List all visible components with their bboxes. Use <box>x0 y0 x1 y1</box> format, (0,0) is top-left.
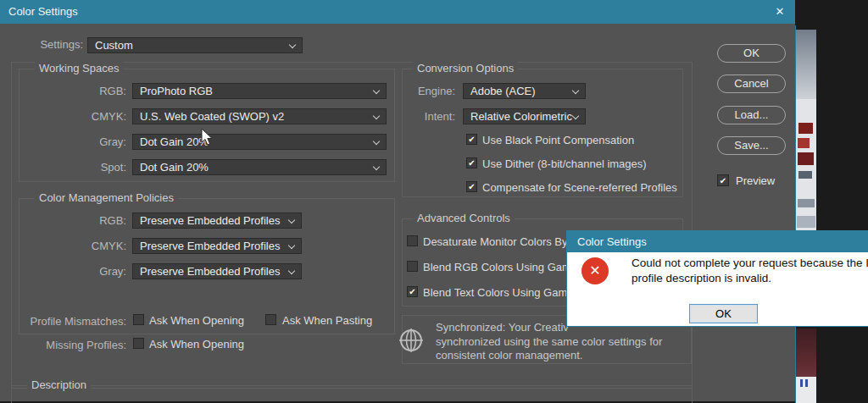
black-point-compensation-checkbox[interactable]: ✔ <box>466 134 477 145</box>
settings-dropdown[interactable]: Custom <box>87 37 303 53</box>
chevron-down-icon <box>288 217 295 224</box>
photo-fragment <box>796 30 816 99</box>
chevron-down-icon <box>288 268 295 274</box>
engine-dropdown[interactable]: Adobe (ACE) <box>463 83 586 99</box>
cmyk-label: CMYK: <box>36 110 126 123</box>
profile-mismatches-label: Profile Mismatches: <box>26 315 126 328</box>
spot-working-space-dropdown[interactable]: Dot Gain 20% <box>132 159 387 175</box>
ask-when-pasting-checkbox[interactable] <box>265 314 276 325</box>
desaturate-monitor-checkbox[interactable] <box>407 235 418 246</box>
dialog-body: Settings: Custom Working Spaces RGB: Pro… <box>0 24 795 401</box>
gray-label: Gray: <box>36 265 126 278</box>
chevron-down-icon <box>373 138 380 145</box>
photo-fragment <box>796 328 816 377</box>
error-message-line2: profile description is invalid. <box>632 272 771 284</box>
error-dialog-titlebar: Color Settings <box>567 231 868 252</box>
error-icon: ✕ <box>581 257 609 284</box>
settings-label: Settings: <box>25 38 83 51</box>
save-button[interactable]: Save... <box>717 136 786 155</box>
cmyk-policy-dropdown[interactable]: Preserve Embedded Profiles <box>132 238 302 254</box>
chevron-down-icon <box>373 113 380 119</box>
sync-text-line1: Synchronized: Your Creativ <box>436 321 569 334</box>
error-message-line1: Could not complete your request because … <box>632 257 868 269</box>
cmyk-working-space-dropdown[interactable]: U.S. Web Coated (SWOP) v2 <box>132 108 387 124</box>
close-icon[interactable]: ✕ <box>767 3 793 20</box>
scene-referred-checkbox[interactable]: ✔ <box>466 181 477 192</box>
dialog-titlebar: Color Settings ✕ <box>0 0 795 24</box>
dialog-title: Color Settings <box>8 5 78 18</box>
chevron-down-icon <box>572 113 579 119</box>
blend-rgb-gamma-checkbox[interactable] <box>407 261 418 272</box>
chevron-down-icon <box>289 41 296 48</box>
rgb-working-space-dropdown[interactable]: ProPhoto RGB <box>132 83 387 99</box>
missing-ask-when-opening-checkbox[interactable] <box>133 338 144 349</box>
sync-globe-icon <box>398 327 425 354</box>
error-ok-button[interactable]: OK <box>689 304 758 323</box>
description-group: Description <box>11 385 693 403</box>
load-button[interactable]: Load... <box>717 106 786 124</box>
group-title: Conversion Options <box>413 62 518 75</box>
working-spaces-group: Working Spaces RGB: ProPhoto RGB CMYK: U… <box>19 69 395 182</box>
chevron-down-icon <box>288 242 295 249</box>
conversion-options-group: Conversion Options Engine: Adobe (ACE) I… <box>402 69 683 197</box>
group-title: Advanced Controls <box>413 212 515 224</box>
screen: Color Settings ✕ Settings: Custom Workin… <box>0 0 868 403</box>
error-dialog-title: Color Settings <box>577 235 647 248</box>
missing-profiles-label: Missing Profiles: <box>26 339 126 351</box>
error-dialog: Color Settings ✕ Could not complete your… <box>566 230 868 327</box>
gray-policy-dropdown[interactable]: Preserve Embedded Profiles <box>132 263 302 279</box>
cmyk-label: CMYK: <box>36 240 126 252</box>
chevron-down-icon <box>373 163 380 170</box>
chevron-down-icon <box>572 87 579 94</box>
gray-label: Gray: <box>36 135 126 148</box>
preview-checkbox[interactable]: ✔ <box>717 174 729 186</box>
use-dither-checkbox[interactable]: ✔ <box>466 157 477 168</box>
sync-text-line3: consistent color management. <box>436 349 582 362</box>
rgb-label: RGB: <box>36 85 126 97</box>
ok-button[interactable]: OK <box>717 44 786 63</box>
cancel-button[interactable]: Cancel <box>717 75 786 93</box>
sync-text-line2: synchronized using the same color settin… <box>436 335 662 348</box>
ask-when-opening-checkbox[interactable] <box>133 314 144 325</box>
engine-label: Engine: <box>403 85 455 97</box>
group-title: Color Management Policies <box>35 191 178 204</box>
rgb-label: RGB: <box>36 214 126 227</box>
color-settings-dialog: Color Settings ✕ Settings: Custom Workin… <box>0 0 795 401</box>
color-management-policies-group: Color Management Policies RGB: Preserve … <box>19 198 395 334</box>
rgb-policy-dropdown[interactable]: Preserve Embedded Profiles <box>132 213 302 229</box>
mouse-cursor-icon <box>201 129 213 146</box>
intent-label: Intent: <box>403 110 455 123</box>
group-title: Working Spaces <box>35 62 123 75</box>
intent-dropdown[interactable]: Relative Colorimetric <box>463 108 586 124</box>
gray-working-space-dropdown[interactable]: Dot Gain 20% <box>132 134 387 150</box>
group-title: Description <box>27 378 91 391</box>
spot-label: Spot: <box>36 161 126 174</box>
blend-text-gamma-checkbox[interactable]: ✔ <box>407 286 418 297</box>
preview-label: Preview <box>736 174 775 187</box>
chevron-down-icon <box>373 87 380 94</box>
document-canvas-sliver <box>795 25 816 403</box>
